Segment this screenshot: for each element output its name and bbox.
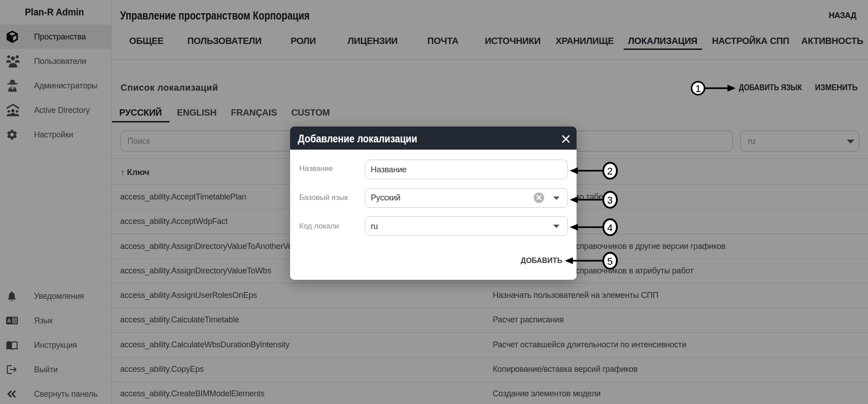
svg-text:4: 4	[607, 222, 612, 234]
svg-text:3: 3	[607, 195, 612, 206]
svg-text:2: 2	[607, 165, 612, 177]
svg-text:5: 5	[607, 256, 612, 267]
svg-text:1: 1	[695, 83, 701, 94]
